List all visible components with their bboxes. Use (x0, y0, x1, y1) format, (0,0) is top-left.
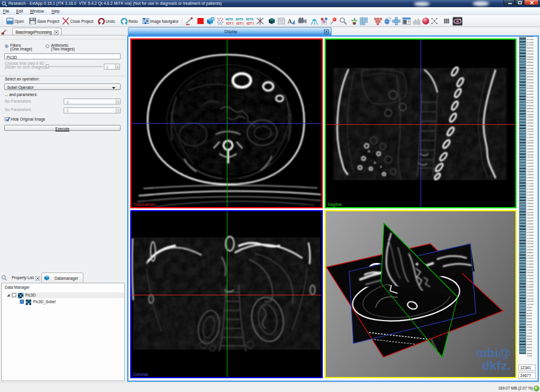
svg-text:IGT: IGT (247, 22, 252, 25)
svg-text:dkfz.: dkfz. (482, 358, 511, 372)
svg-text:MITK: MITK (246, 17, 254, 21)
svg-text:MITK: MITK (226, 17, 233, 21)
svg-text:A: A (287, 17, 292, 25)
svg-text:mbi@: mbi@ (476, 346, 511, 360)
svg-text:?: ? (407, 20, 410, 24)
svg-text:IGT: IGT (226, 22, 232, 25)
svg-text:MITK: MITK (236, 17, 244, 21)
svg-text:IGT: IGT (236, 22, 242, 25)
